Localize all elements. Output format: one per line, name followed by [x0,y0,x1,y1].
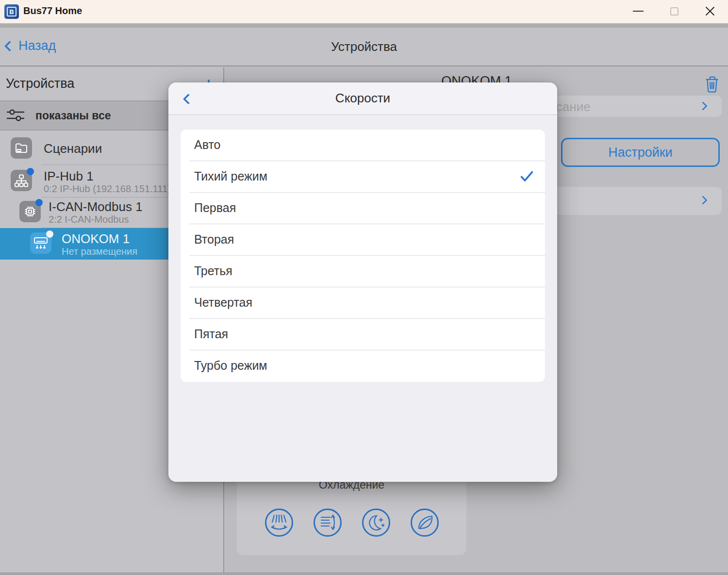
modal-option-row-2[interactable]: Первая [181,193,545,224]
eco-mode-icon [414,512,435,533]
chip-icon [19,201,41,222]
window-title: Bus77 Home [23,5,82,16]
top-navbar: Назад Устройства [0,28,728,66]
item-subtitle: 2:2 I-CAN-Modbus [49,214,129,225]
maximize-icon [670,7,678,16]
option-label: Пятая [194,327,228,341]
option-label: Первая [194,201,236,215]
modal-header: Скорости [168,82,557,115]
minimize-button[interactable] [624,0,652,22]
window-bottom-edge [0,573,728,575]
modal-option-row-6[interactable]: Пятая [181,319,545,350]
modal-option-row-7[interactable]: Турбо режим [181,350,545,382]
page-title: Устройства [0,39,728,54]
item-label: Сценарии [44,141,102,156]
option-label: Третья [194,264,232,278]
status-badge [27,168,34,175]
settings-button[interactable]: Настройки [561,138,720,167]
night-mode-icon [366,512,386,533]
eco-mode-button[interactable] [411,509,439,537]
chevron-right-icon [698,101,707,110]
option-label: Турбо режим [194,359,267,373]
network-hub-icon [11,170,32,191]
louver-vertical-swing-icon [317,512,338,533]
item-subtitle: 0:2 IP-Hub (192.168.151.111) [44,183,171,195]
option-label: Авто [194,138,220,152]
maximize-button[interactable] [660,0,688,22]
modal-title: Скорости [168,91,557,106]
modal-option-row-1[interactable]: Тихий режим [181,161,545,193]
modal-option-row-3[interactable]: Вторая [181,224,545,256]
chevron-right-icon [698,196,707,204]
speeds-modal: Скорости Авто Тихий режим Первая Вторая [168,82,557,482]
speed-options-list: Авто Тихий режим Первая Вторая Третья [181,130,545,382]
filter-sliders-icon [6,108,25,123]
sidebar-title: Устройства [6,76,74,91]
checkmark-icon [520,171,533,182]
air-conditioner-icon [30,232,51,254]
louver-vertical-swing-button[interactable] [314,509,342,537]
app-window: B Bus77 Home Назад Устройства Устройства… [0,0,728,575]
minimize-icon [633,11,644,12]
item-label: IP-Hub 1 [44,169,94,184]
status-badge [46,230,53,238]
mode-icons-row [237,509,466,537]
filter-label: показаны все [35,109,111,122]
trash-icon [705,76,719,93]
folder-icon [11,137,32,159]
option-label: Четвертая [194,296,252,310]
item-label: ONOKOM 1 [62,231,130,246]
louver-horizontal-swing-icon [269,512,289,533]
option-label: Вторая [194,232,234,246]
night-mode-button[interactable] [362,509,390,537]
modal-option-row-5[interactable]: Четвертая [181,287,545,319]
settings-button-label: Настройки [608,145,672,160]
option-label: Тихий режим [194,169,267,183]
titlebar-shadow [0,23,728,28]
window-titlebar: B Bus77 Home [0,0,728,23]
status-badge [35,199,43,206]
modal-option-row-0[interactable]: Авто [181,130,545,161]
close-button[interactable] [696,0,724,22]
app-logo-icon: B [4,4,19,19]
modal-option-row-4[interactable]: Третья [181,256,545,287]
louver-horizontal-swing-button[interactable] [265,509,293,537]
close-icon [705,6,715,16]
item-label: I-CAN-Modbus 1 [49,199,143,214]
item-subtitle: Нет размещения [62,246,137,257]
cooling-control-card: Охлаждение [237,475,466,555]
delete-device-button[interactable] [705,76,721,94]
